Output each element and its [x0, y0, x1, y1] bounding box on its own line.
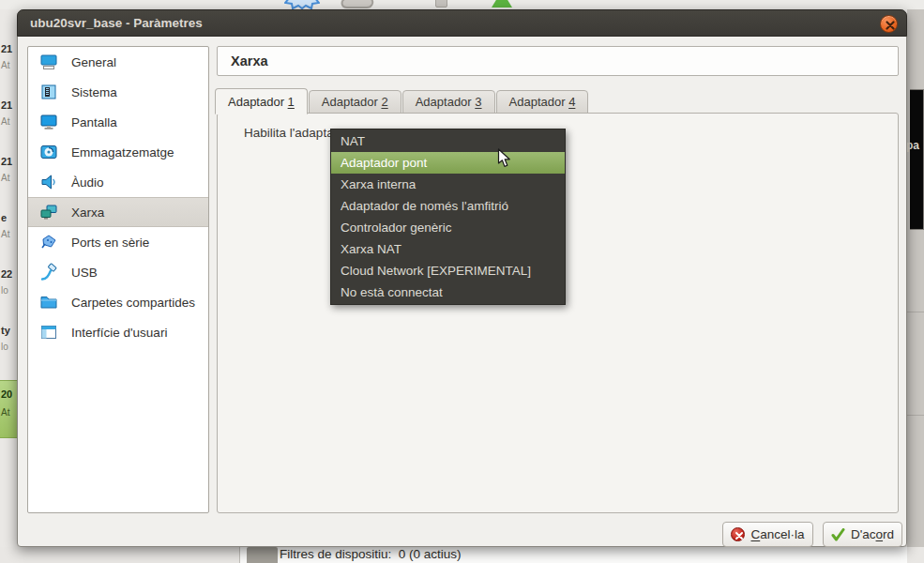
menu-item-adaptador-pont[interactable]: Adaptador pont	[331, 152, 565, 174]
vm-state-fragment: lo	[1, 285, 8, 296]
attached-to-dropdown-menu: NAT Adaptador pont Xarxa interna Adaptad…	[330, 129, 566, 305]
cancel-button[interactable]: Cancel·la	[722, 522, 813, 547]
desktop: 21 At 21 At 21 At e At 22 lo ty lo 20 At…	[0, 0, 924, 563]
background-preview-strip: pa	[907, 9, 924, 563]
background-vm-list-strip: 21 At 21 At 21 At e At 22 lo ty lo 20 At	[0, 9, 17, 563]
system-icon	[39, 83, 58, 101]
cancel-button-label: Cancel·la	[750, 527, 804, 541]
tab-label: Adaptador	[228, 95, 288, 109]
ok-check-icon	[831, 528, 845, 541]
display-icon	[39, 113, 58, 131]
start-toolbar-icon	[492, 0, 512, 8]
sidebar-item-label: USB	[71, 266, 98, 280]
usb-filters-status: Filtres de dispositiu: 0 (0 actius)	[280, 547, 462, 561]
adapter-tabs: Adaptador 1 Adaptador 2 Adaptador 3 Adap…	[215, 87, 589, 114]
divider	[907, 415, 924, 416]
vm-name-fragment: 20	[1, 388, 12, 400]
sidebar-item-xarxa[interactable]: Xarxa	[28, 197, 208, 227]
sidebar-item-interficie[interactable]: Interfície d'usuari	[28, 317, 208, 347]
close-icon	[886, 21, 895, 30]
tab-label: Adaptador	[322, 95, 382, 109]
tab-adaptador-2[interactable]: Adaptador 2	[309, 90, 401, 114]
tab-adaptador-1[interactable]: Adaptador 1	[215, 88, 308, 114]
user-interface-icon	[39, 323, 58, 342]
sidebar-item-pantalla[interactable]: Pantalla	[28, 107, 208, 137]
menu-item-cloud-network[interactable]: Cloud Network [EXPERIMENTAL]	[331, 260, 565, 282]
page-header: Xarxa	[217, 46, 899, 76]
sidebar-item-audio[interactable]: Àudio	[28, 167, 208, 197]
background-toolbar-strip	[0, 0, 924, 9]
usb-filters-panel: Filtres de dispositiu: 0 (0 actius)	[239, 547, 907, 563]
sidebar-item-emmagatzematge[interactable]: Emmagatzematge	[28, 137, 208, 167]
menu-item-controlador[interactable]: Controlador genèric	[331, 217, 565, 238]
menu-item-no-connectat[interactable]: No està connectat	[331, 282, 565, 303]
cloud-toolbar-icon	[340, 0, 375, 9]
menu-item-xarxa-nat[interactable]: Xarxa NAT	[331, 238, 565, 260]
menu-item-nat[interactable]: NAT	[331, 130, 565, 152]
tab-adaptador-3[interactable]: Adaptador 3	[402, 90, 495, 114]
sidebar-item-ports-serie[interactable]: Ports en sèrie	[28, 227, 208, 257]
sidebar-item-label: Interfície d'usuari	[71, 326, 167, 340]
menu-item-nomes-amfitrio[interactable]: Adaptador de només l'amfitrió	[331, 195, 565, 217]
usb-filters-value: 0 (0 actius)	[399, 547, 462, 561]
vm-name-fragment: ty	[1, 325, 10, 336]
tab-label: Adaptador	[509, 95, 569, 109]
sidebar-item-label: Pantalla	[71, 115, 117, 129]
vm-state-fragment: At	[1, 407, 9, 418]
storage-icon	[39, 143, 58, 161]
page-title: Xarxa	[231, 47, 268, 75]
serial-port-icon	[39, 233, 58, 251]
sidebar-item-label: Carpetes compartides	[71, 296, 195, 310]
sidebar-item-sistema[interactable]: Sistema	[28, 77, 208, 107]
vm-state-fragment: At	[1, 60, 9, 70]
toolbar-icon-fragment	[435, 0, 447, 8]
window-title: ubu20svr_base - Paràmetres	[30, 10, 203, 37]
vm-name-fragment: 21	[1, 99, 12, 111]
vm-state-fragment: At	[1, 173, 9, 183]
vm-name-fragment: 21	[1, 43, 12, 54]
sidebar: General Sistema Pantalla Emmagatzematge …	[27, 46, 209, 513]
sidebar-item-carpetes[interactable]: Carpetes compartides	[28, 287, 208, 317]
vm-preview-thumbnail: pa	[910, 89, 924, 230]
vm-name-fragment: e	[1, 212, 7, 223]
settings-toolbar-icon	[284, 0, 320, 9]
usb-icon	[39, 263, 58, 282]
tab-adaptador-4[interactable]: Adaptador 4	[496, 90, 589, 114]
vm-name-fragment: 22	[1, 268, 12, 280]
usb-filter-icon	[247, 547, 278, 563]
close-button[interactable]	[880, 15, 898, 33]
titlebar[interactable]: ubu20svr_base - Paràmetres	[17, 9, 907, 37]
sidebar-item-label: Ports en sèrie	[71, 236, 149, 250]
audio-icon	[39, 173, 58, 191]
vm-state-fragment: At	[1, 229, 9, 239]
shared-folders-icon	[39, 293, 58, 312]
ok-button[interactable]: D'acord	[823, 522, 902, 547]
sidebar-item-label: General	[71, 55, 116, 69]
vm-state-fragment: At	[1, 116, 9, 127]
sidebar-item-label: Àudio	[71, 175, 104, 190]
sidebar-item-label: Emmagatzematge	[71, 145, 174, 160]
preview-text-fragment: pa	[907, 139, 919, 152]
selected-vm-row: 20 At	[0, 380, 17, 438]
menu-item-xarxa-interna[interactable]: Xarxa interna	[331, 174, 565, 195]
sidebar-item-general[interactable]: General	[28, 47, 208, 77]
vm-name-fragment: 21	[1, 156, 12, 167]
network-icon	[39, 203, 58, 221]
background-status-strip: Filtres de dispositiu: 0 (0 actius)	[0, 547, 924, 563]
cancel-icon	[731, 527, 745, 541]
ok-button-label: D'acord	[851, 527, 894, 541]
sidebar-item-usb[interactable]: USB	[28, 257, 208, 287]
vm-state-fragment: lo	[1, 342, 8, 352]
usb-filters-label: Filtres de dispositiu:	[280, 547, 391, 561]
divider	[907, 312, 924, 312]
sidebar-item-label: Xarxa	[71, 205, 104, 220]
tab-label: Adaptador	[416, 95, 476, 109]
sidebar-item-label: Sistema	[71, 85, 117, 99]
general-icon	[39, 53, 58, 71]
